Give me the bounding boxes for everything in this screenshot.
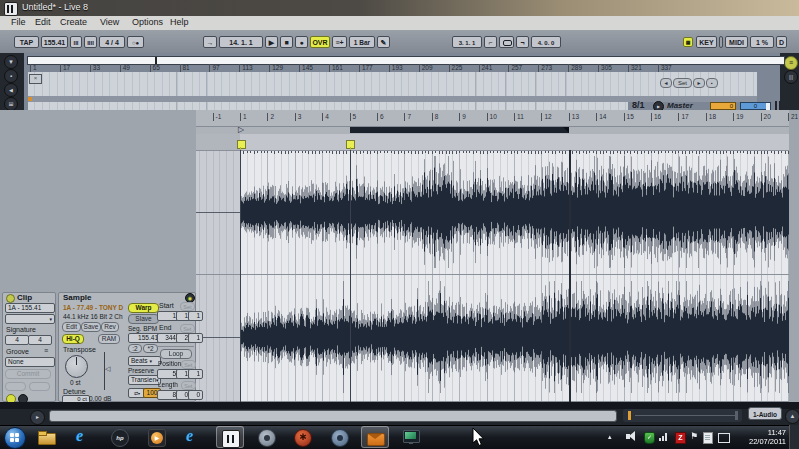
zoom-strip-handle[interactable]	[735, 411, 738, 420]
nudge-left-button[interactable]	[5, 382, 26, 391]
menu-options[interactable]: Options	[132, 17, 163, 27]
io-section-toggle[interactable]: ▪	[4, 69, 18, 83]
gain-value[interactable]: 0.00 dB	[89, 395, 111, 402]
midi-map-button[interactable]: MIDI	[725, 36, 748, 48]
taskbar-app-app-blue[interactable]	[326, 426, 354, 448]
hiq-button[interactable]: Hi-Q	[62, 334, 84, 344]
key-map-button[interactable]: KEY	[696, 36, 717, 48]
punch-out-button[interactable]: ¬	[516, 36, 529, 48]
value-segment[interactable]: 1	[188, 333, 203, 343]
warp-marker-strip[interactable]	[196, 134, 789, 151]
warp-button[interactable]: Warp	[128, 303, 159, 313]
live-app-icon[interactable]	[4, 2, 18, 16]
taskbar-app-traktor[interactable]	[253, 426, 281, 448]
commit-button[interactable]: Commit	[5, 369, 51, 379]
clip-name-field[interactable]: 1A - 155.41	[5, 303, 55, 313]
stop-button[interactable]: ■	[280, 36, 293, 48]
taskbar-app-ableton-live[interactable]	[216, 426, 244, 448]
nudge-down-button[interactable]: III	[70, 36, 82, 48]
start-button[interactable]	[4, 427, 26, 449]
returns-section-toggle[interactable]: ◀	[4, 83, 18, 97]
taskbar-app-hp[interactable]: hp	[106, 426, 134, 448]
master-pan-slider[interactable]: 0	[710, 102, 736, 110]
mixer-section-toggle[interactable]: ⊞	[4, 97, 18, 111]
volume-cone[interactable]	[629, 431, 635, 441]
locator-set-button[interactable]: Set	[673, 78, 692, 88]
groove-select[interactable]: None	[5, 357, 55, 367]
arrangement-track-lane[interactable]: ×	[28, 72, 757, 96]
locator-prev-button[interactable]: ◄	[660, 78, 672, 88]
warp-marker-1[interactable]	[237, 140, 246, 149]
network-icon[interactable]	[659, 438, 661, 441]
taskbar-app-explorer[interactable]	[33, 426, 61, 448]
taskbar-clock[interactable]: 11:47 22/07/2011	[724, 428, 786, 446]
punch-in-button[interactable]: ⌐	[484, 36, 497, 48]
position-set-button[interactable]: Set	[181, 360, 196, 369]
edit-button[interactable]: Edit	[62, 322, 81, 332]
title-bar[interactable]: Untitled* - Live 8	[0, 0, 799, 17]
track-tab[interactable]: 1-Audio	[748, 407, 782, 420]
follow-button[interactable]: →	[203, 36, 217, 48]
clip-bank-select[interactable]: ▾	[5, 314, 55, 324]
security-shield-icon[interactable]: ✓	[644, 432, 655, 444]
loop-end-flag[interactable]	[563, 127, 569, 133]
double-tempo-button[interactable]: *2	[143, 344, 158, 353]
antivirus-icon[interactable]: Z	[675, 432, 686, 444]
ram-button[interactable]: RAM	[98, 334, 120, 344]
show-desktop-button[interactable]	[789, 425, 799, 449]
save-button[interactable]: Save	[81, 322, 101, 332]
arrangement-position[interactable]: 14. 1. 1	[219, 36, 263, 48]
taskbar-app-internet-explorer-2[interactable]: e	[179, 426, 207, 448]
loop-length-field[interactable]: 4. 0. 0	[531, 36, 561, 48]
menu-file[interactable]: File	[11, 17, 26, 27]
overview-fold-toggle[interactable]: ▼	[4, 55, 18, 69]
locator-next-button[interactable]: ►	[693, 78, 705, 88]
menu-help[interactable]: Help	[170, 17, 189, 27]
clip-loop-button[interactable]: Loop	[160, 349, 192, 359]
draw-mode-button[interactable]: ✎	[377, 36, 390, 48]
action-center-flag-icon[interactable]: ⚑	[690, 431, 698, 441]
end-set-button[interactable]: Set	[180, 324, 195, 333]
marker-lock-button[interactable]: ▪	[706, 78, 718, 88]
master-track-name[interactable]: Master	[667, 101, 693, 110]
play-button[interactable]: ▶	[265, 36, 278, 48]
editor-panel-up-toggle[interactable]: ▲	[785, 409, 799, 424]
warp-slave-button[interactable]: Slave	[128, 314, 159, 324]
value-segment[interactable]: 0	[188, 390, 203, 400]
sample-waveform-display[interactable]	[196, 150, 789, 402]
groove-menu-icon[interactable]: ≡	[44, 347, 48, 354]
time-signature-field[interactable]: 4 / 4	[99, 36, 125, 48]
gain-slider-handle[interactable]: ◁	[105, 365, 110, 373]
menu-view[interactable]: View	[100, 17, 119, 27]
loop-switch-button[interactable]	[499, 36, 514, 48]
automation-arm-button[interactable]: ≡+	[332, 36, 347, 48]
rev-button[interactable]: Rev	[101, 322, 119, 332]
horizontal-zoom-strip[interactable]	[623, 409, 742, 422]
transpose-value[interactable]: 0 st	[70, 379, 80, 386]
clip-sig-numerator[interactable]: 4	[5, 335, 29, 345]
taskbar-app-mail[interactable]	[361, 426, 389, 448]
half-tempo-button[interactable]: :2	[128, 344, 142, 353]
tempo-field[interactable]: 155.41	[41, 36, 68, 48]
io-show-toggle[interactable]: |||	[784, 70, 798, 84]
menu-edit[interactable]: Edit	[35, 17, 51, 27]
start-set-button[interactable]: Set	[180, 302, 195, 311]
mixer-show-toggle[interactable]: ≡	[784, 56, 798, 70]
tray-expand-icon[interactable]: ▴	[608, 433, 612, 441]
nudge-up-button[interactable]: IIII	[84, 36, 97, 48]
master-volume-slider[interactable]: 0	[740, 102, 771, 110]
overview-playhead[interactable]	[155, 57, 157, 64]
value-segment[interactable]: 1	[188, 369, 203, 379]
tap-tempo-button[interactable]: TAP	[14, 36, 39, 48]
metronome-toggle[interactable]: ○●	[127, 36, 144, 48]
taskbar-app-internet-explorer[interactable]: e	[69, 426, 97, 448]
value-segment[interactable]: 1	[188, 311, 203, 321]
loop-start-field[interactable]: 3. 1. 1	[452, 36, 482, 48]
info-view-toggle[interactable]: ▸	[30, 410, 45, 425]
transpose-knob[interactable]	[65, 355, 88, 378]
quantization-menu[interactable]: 1 Bar	[349, 36, 375, 48]
master-track-lane[interactable]	[28, 102, 628, 110]
record-button[interactable]: ●	[295, 36, 308, 48]
computer-midi-keyboard-toggle[interactable]: ▦	[683, 37, 693, 47]
overdub-button[interactable]: OVR	[310, 36, 330, 48]
